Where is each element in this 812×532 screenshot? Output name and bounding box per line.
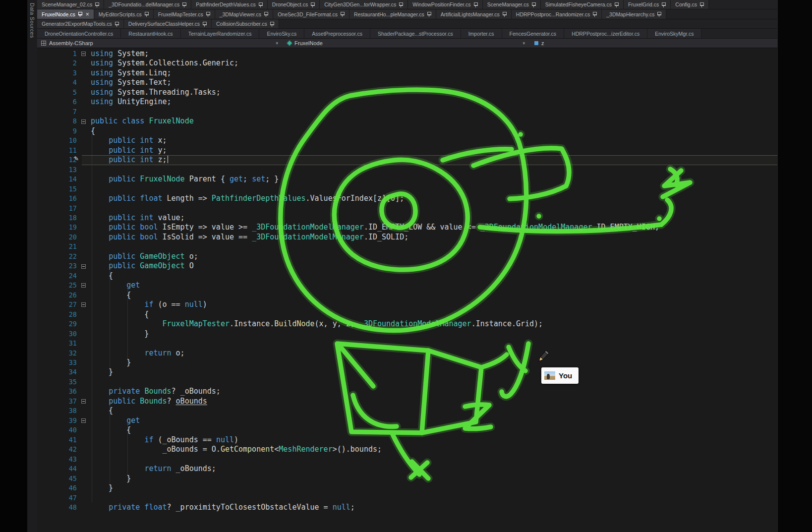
line-number[interactable]: 8 bbox=[37, 117, 79, 126]
pin-icon[interactable] bbox=[115, 21, 119, 27]
code-line-12[interactable]: 12 public int z; bbox=[37, 155, 777, 165]
fold-collapse-icon[interactable] bbox=[79, 49, 88, 59]
line-number[interactable]: 35 bbox=[37, 377, 79, 387]
code-line-43[interactable]: 43 bbox=[37, 455, 777, 464]
line-number[interactable]: 24 bbox=[37, 271, 79, 281]
tab--3dfoundatio-delmanager-cs[interactable]: _3DFoundatio...delManager.cs bbox=[104, 0, 191, 9]
line-number[interactable]: 30 bbox=[37, 329, 79, 339]
code-line-34[interactable]: 34 } bbox=[37, 367, 777, 377]
fold-collapse-icon[interactable] bbox=[79, 300, 88, 309]
code-line-5[interactable]: 5using System.Threading.Tasks; bbox=[37, 88, 777, 97]
pin-icon[interactable] bbox=[614, 2, 619, 7]
line-number[interactable]: 31 bbox=[37, 339, 79, 348]
line-number[interactable]: 3 bbox=[37, 68, 79, 78]
tab-pathfinderdepthvalues-cs[interactable]: PathfinderDepthValues.cs bbox=[191, 0, 268, 9]
close-icon[interactable]: × bbox=[86, 11, 89, 17]
line-number[interactable]: 1 bbox=[37, 49, 79, 59]
line-number[interactable]: 14 bbox=[37, 175, 79, 184]
code-line-15[interactable]: 15 bbox=[37, 184, 777, 194]
tab-fruxelmaptester-cs[interactable]: FruxelMapTester.cs bbox=[154, 9, 215, 19]
tab-deliverysurfaceclasshelper-cs[interactable]: DeliverySurfaceClassHelper.cs bbox=[124, 19, 212, 28]
tab-generator2exportmaptools-cs[interactable]: Generator2ExportMapTools.cs bbox=[37, 19, 124, 28]
line-number[interactable]: 20 bbox=[37, 233, 79, 242]
pin-icon[interactable] bbox=[310, 2, 315, 7]
line-number[interactable]: 10 bbox=[37, 136, 79, 145]
code-line-37[interactable]: 37 public Bounds? oBounds bbox=[37, 397, 777, 406]
line-number[interactable]: 12 bbox=[37, 155, 79, 165]
line-number[interactable]: 2 bbox=[37, 59, 79, 68]
line-number[interactable]: 37 bbox=[37, 397, 79, 406]
pin-icon[interactable] bbox=[661, 2, 666, 7]
code-line-31[interactable]: 31 bbox=[37, 339, 777, 348]
code-line-24[interactable]: 24 { bbox=[37, 271, 777, 281]
line-number[interactable]: 48 bbox=[37, 503, 79, 512]
line-number[interactable]: 29 bbox=[37, 319, 79, 329]
pin-icon[interactable] bbox=[144, 11, 149, 17]
tab-envirosky-cs[interactable]: EnviroSky.cs bbox=[259, 29, 304, 38]
code-line-2[interactable]: 2using System.Collections.Generic; bbox=[37, 59, 777, 68]
code-line-30[interactable]: 30 } bbox=[37, 329, 777, 339]
code-line-10[interactable]: 10 public int x; bbox=[37, 136, 777, 145]
code-line-27[interactable]: 27 if (o == null) bbox=[37, 300, 777, 309]
tab-terrainlayerrandomizer-cs[interactable]: TerrainLayerRandomizer.cs bbox=[181, 29, 260, 38]
line-number[interactable]: 47 bbox=[37, 493, 79, 503]
tab-myeditorscripts-cs[interactable]: MyEditorScripts.cs bbox=[94, 9, 154, 19]
line-number[interactable]: 18 bbox=[37, 213, 79, 223]
fold-collapse-icon[interactable] bbox=[79, 416, 88, 425]
pin-icon[interactable] bbox=[340, 11, 345, 17]
tab--3dmapviewer-cs[interactable]: _3DMapViewer.cs bbox=[215, 9, 273, 19]
line-number[interactable]: 36 bbox=[37, 387, 79, 396]
code-line-17[interactable]: 17 bbox=[37, 204, 777, 213]
code-line-13[interactable]: 13 bbox=[37, 165, 777, 175]
line-number[interactable]: 17 bbox=[37, 204, 79, 213]
tab-simulatedfisheyecamera-cs[interactable]: SimulatedFisheyeCamera.cs bbox=[541, 0, 624, 9]
line-number[interactable]: 41 bbox=[37, 435, 79, 445]
code-line-9[interactable]: 9{ bbox=[37, 126, 777, 136]
line-number[interactable]: 25 bbox=[37, 281, 79, 290]
tab-importer-cs[interactable]: Importer.cs bbox=[461, 29, 502, 38]
line-number[interactable]: 16 bbox=[37, 194, 79, 203]
side-tab-data-sources[interactable]: Data Sources bbox=[29, 0, 35, 38]
tab-hdrppostproc-randomizer-cs[interactable]: HDRPPostproc...Randomizer.cs bbox=[512, 9, 602, 19]
code-line-25[interactable]: 25 get bbox=[37, 281, 777, 290]
line-number[interactable]: 33 bbox=[37, 358, 79, 367]
line-number[interactable]: 43 bbox=[37, 455, 79, 464]
code-line-46[interactable]: 46 } bbox=[37, 483, 777, 493]
code-line-32[interactable]: 32 return o; bbox=[37, 349, 777, 358]
code-line-44[interactable]: 44 return _oBounds; bbox=[37, 464, 777, 473]
code-line-6[interactable]: 6using UnityEngine; bbox=[37, 97, 777, 107]
tab-restaurantho-plemanager-cs[interactable]: RestaurantHo...pleManager.cs bbox=[349, 9, 436, 19]
tab-fruxelnode-cs[interactable]: FruxelNode.cs× bbox=[37, 9, 94, 19]
code-line-39[interactable]: 39 get bbox=[37, 416, 777, 425]
pin-icon[interactable] bbox=[502, 11, 507, 17]
line-number[interactable]: 39 bbox=[37, 416, 79, 425]
tab-scenemanager-cs[interactable]: SceneManager.cs bbox=[483, 0, 541, 9]
pin-icon[interactable] bbox=[264, 11, 268, 17]
line-number[interactable]: 5 bbox=[37, 88, 79, 97]
pin-icon[interactable] bbox=[78, 11, 82, 17]
code-line-11[interactable]: 11 public int y; bbox=[37, 146, 777, 155]
tab-restauranthook-cs[interactable]: RestaurantHook.cs bbox=[121, 29, 180, 38]
tab-droneorientationcontroller-cs[interactable]: DroneOrientationController.cs bbox=[37, 29, 121, 38]
line-number[interactable]: 46 bbox=[37, 483, 79, 493]
fold-collapse-icon[interactable] bbox=[79, 261, 88, 271]
pin-icon[interactable] bbox=[202, 21, 207, 27]
line-number[interactable]: 13 bbox=[37, 165, 79, 175]
line-number[interactable]: 44 bbox=[37, 464, 79, 473]
code-line-14[interactable]: 14 public FruxelNode Parent { get; set; … bbox=[37, 175, 777, 184]
project-dropdown[interactable]: Assembly-CSharp ▾ bbox=[37, 39, 284, 48]
pin-icon[interactable] bbox=[657, 11, 661, 17]
tab-scenemanager-02-cs[interactable]: SceneManager_02.cs bbox=[37, 0, 104, 9]
tab--3dmaphierarchy-cs[interactable]: _3DMapHierarchy.cs bbox=[602, 9, 666, 19]
pin-icon[interactable] bbox=[399, 2, 403, 7]
line-number[interactable]: 45 bbox=[37, 474, 79, 483]
pin-icon[interactable] bbox=[473, 2, 478, 7]
code-line-28[interactable]: 28 { bbox=[37, 310, 777, 319]
line-number[interactable]: 26 bbox=[37, 291, 79, 300]
code-line-3[interactable]: 3using System.Linq; bbox=[37, 68, 777, 78]
pin-icon[interactable] bbox=[182, 2, 186, 7]
line-number[interactable]: 21 bbox=[37, 242, 79, 251]
code-line-41[interactable]: 41 if (_oBounds == null) bbox=[37, 435, 777, 445]
fold-collapse-icon[interactable] bbox=[79, 117, 88, 126]
tab-droneobject-cs[interactable]: DroneObject.cs bbox=[268, 0, 320, 9]
